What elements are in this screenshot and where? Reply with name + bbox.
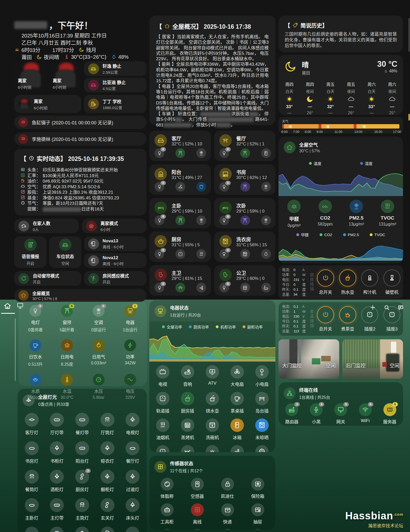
appliance-滴灌器[interactable]: 滴灌器 (200, 445, 225, 452)
appliance-洗碗机[interactable]: 洗碗机 (200, 418, 225, 440)
sensor-体脂称[interactable]: 体脂称 (152, 478, 182, 499)
status-card[interactable]: 房间感应模式开启 (84, 271, 146, 286)
light-item[interactable]: 厅筒灯 (95, 413, 120, 436)
appliance-冰箱[interactable]: 冰箱 (225, 418, 250, 440)
stat-窗帘[interactable]: 5窗帘5副开着 (51, 305, 83, 333)
room-btn-bathtub[interactable] (261, 283, 271, 293)
room-btn-curtain[interactable] (175, 148, 185, 158)
room-btn-bulb[interactable]: 0 (154, 148, 164, 158)
strip-btn-榨汁机[interactable]: 榨汁机 (361, 269, 378, 295)
camera-back-door[interactable]: 后门监控空闲 (342, 339, 403, 379)
appliance-音响[interactable]: 音响 (175, 365, 200, 387)
room-card-客厅[interactable]: 客厅32°C | 52% | 100A/C (149, 131, 211, 161)
light-item[interactable]: 主灯带 (44, 498, 70, 521)
appliance-轨道插[interactable]: 轨道插 (150, 392, 175, 414)
room-btn-bulb[interactable]: 0 (154, 215, 164, 225)
room-card-厨房[interactable]: 厨房31°C | 55% | 50 (149, 231, 211, 262)
room-btn-ac[interactable]: A/C (196, 215, 206, 225)
strip-btn-破壁机[interactable]: 破壁机 (383, 269, 400, 295)
room-btn-curtain[interactable] (240, 215, 250, 225)
sensor-马桶[interactable]: 马桶 (243, 529, 273, 530)
appliance-灶台插[interactable]: 灶台插 (150, 445, 175, 452)
room-btn-socket[interactable] (175, 249, 185, 259)
stat-日饮水[interactable]: 日饮水0.513升 (20, 339, 51, 367)
phone-card[interactable]: Nova13离线 - 6小时 (84, 236, 146, 251)
light-item[interactable]: 书柜灯 (44, 441, 70, 464)
light-item[interactable]: 餐灯带 (69, 413, 95, 436)
room-btn-bulb[interactable]: 0 (219, 215, 229, 225)
view-tab-home[interactable] (3, 302, 12, 310)
room-card-主卫[interactable]: 主卫29°C | 61% | 150 (149, 265, 211, 296)
sensor-保险箱[interactable]: 保险箱 (243, 478, 273, 499)
status-card[interactable]: 离家模式6小时 (82, 219, 146, 233)
room-card-书房[interactable]: 书房30°C | 62% | 120A/C (214, 164, 276, 195)
sensor-次驱蚊[interactable]: 次驱蚊 (212, 529, 243, 530)
sensor-空感器[interactable]: 空感器 (182, 478, 212, 499)
room-btn-bulb[interactable]: 0 (154, 249, 164, 259)
status-card[interactable]: 自动窗帘模式开启 (14, 271, 81, 286)
room-card-洗衣房[interactable]: 洗衣房31°C | 56% | 150 (214, 231, 276, 262)
mode-tile[interactable]: 语音播报开启 (14, 236, 47, 268)
appliance-扫地机[interactable]: 扫地机 (250, 445, 274, 452)
light-item[interactable]: 餐筒灯 (19, 470, 44, 492)
light-item[interactable]: 床头灯 (120, 498, 145, 521)
sensor-凯迪仕[interactable]: 凯迪仕 (212, 478, 243, 499)
presence-card[interactable]: 离家6小时前 (49, 61, 81, 92)
appliance-ATV[interactable]: ATV (200, 365, 225, 387)
room-btn-fridge[interactable] (261, 148, 271, 158)
appliance-油烟机[interactable]: 油烟机 (150, 418, 175, 440)
mode-tile[interactable]: 车位状态空闲 (49, 236, 81, 268)
vehicle-card[interactable]: 丁丁 学校1880.0公里 (84, 95, 146, 113)
room-btn-bulb[interactable]: 0 (219, 249, 229, 259)
appliance-烧水壶[interactable]: 烧水壶 (200, 392, 225, 414)
strip-btn-总开关[interactable]: 总开关 (317, 306, 334, 332)
room-btn-hanger[interactable] (175, 182, 185, 192)
stat-电灯[interactable]: 0电灯0盏亮着 (20, 305, 51, 333)
stat-日用气[interactable]: 日用气0.033m³ (83, 339, 114, 367)
room-btn-ac[interactable]: A/C (261, 182, 271, 192)
light-item[interactable]: 厨射灯 (95, 527, 120, 532)
status-card[interactable]: 在家人数0人 (14, 219, 79, 233)
appliance-浴霸[interactable]: 浴霸 (225, 445, 250, 452)
appliance-大电扇[interactable]: 大电扇 (225, 365, 250, 387)
strip-btn-煮茶壶[interactable]: 煮茶壶 (339, 306, 356, 332)
room-btn-curtain[interactable] (240, 148, 250, 158)
room-btn-bathheater[interactable] (196, 283, 206, 293)
room-btn-washer[interactable] (240, 249, 250, 259)
appliance-浇花器[interactable]: 浇花器 (175, 445, 200, 452)
terminal-服务器[interactable]: 6服务器 (377, 403, 402, 425)
light-item[interactable]: 次台灯 (69, 527, 95, 532)
camera-front-door[interactable]: 大门监控空闲 (279, 339, 339, 379)
room-card-公卫[interactable]: 公卫29°C | 60% | 00 (214, 265, 276, 296)
presence-card-wide[interactable]: 离家6小时前 (14, 95, 81, 113)
toolbar-chat-icon[interactable] (397, 304, 404, 311)
light-item[interactable]: 主筒灯 (69, 498, 95, 521)
room-btn-bucket[interactable] (196, 182, 206, 192)
strip-btn-热水壶[interactable]: 热水壶 (339, 269, 356, 295)
light-item[interactable]: 次筒灯 (44, 527, 70, 532)
light-item[interactable]: 洗衣房 (120, 527, 145, 532)
sensor-抽屉[interactable]: 抽屉 (243, 503, 273, 525)
room-btn-curtain[interactable] (175, 215, 185, 225)
terminal-网关[interactable]: 5网关 (329, 403, 353, 425)
room-card-阳台[interactable]: 阳台31°C | 49% | 270 (149, 164, 211, 195)
room-card-次卧[interactable]: 次卧29°C | 59% | 00A/C (214, 198, 276, 228)
stat-功率[interactable]: 功率342W (114, 339, 146, 367)
appliance-茶桌插[interactable]: 茶桌插 (225, 392, 250, 414)
light-item[interactable]: 书房灯 (19, 441, 44, 464)
room-btn-drop[interactable] (261, 249, 271, 259)
room-btn-window4[interactable] (240, 283, 250, 293)
presence-card[interactable]: 离家6小时前 (14, 61, 47, 92)
light-item[interactable]: 阳台灯 (69, 441, 95, 464)
stat-电器[interactable]: 1电器1台运行 (114, 305, 146, 333)
phone-card[interactable]: Nova12离线 - 6小时 (84, 253, 146, 268)
terminal-路由器[interactable]: 3路由器 (280, 403, 304, 425)
room-btn-ac[interactable]: A/C (196, 148, 206, 158)
sensor-离线[interactable]: 离线 (182, 503, 212, 525)
light-item[interactable]: 主卧灯 (19, 498, 44, 521)
light-item[interactable]: 电视灯 (120, 413, 145, 436)
sensor-雨水[interactable]: 雨水 (152, 529, 182, 530)
stat-日用电[interactable]: 日用电8.25度 (51, 339, 83, 367)
scrollbar-thumb[interactable] (408, 18, 410, 52)
sensor-主驱蚊[interactable]: 主驱蚊 (182, 529, 212, 530)
